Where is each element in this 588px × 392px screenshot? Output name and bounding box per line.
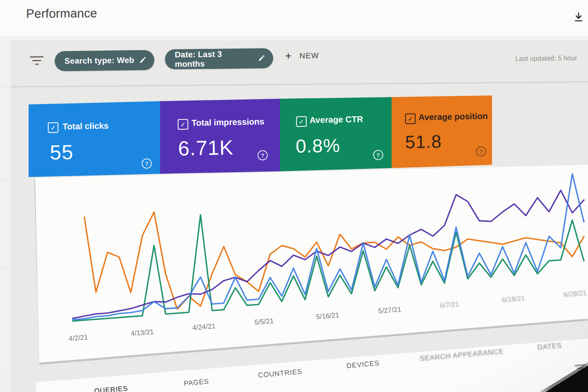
dimension-tabs: QUERIESPAGESCOUNTRIESDEVICESSEARCH APPEA…	[0, 0, 588, 392]
tab-queries[interactable]: QUERIES	[94, 384, 128, 392]
tab-devices[interactable]: DEVICES	[346, 359, 380, 370]
tab-dates[interactable]: DATES	[537, 341, 562, 352]
tab-countries[interactable]: COUNTRIES	[258, 368, 303, 379]
tab-pages[interactable]: PAGES	[183, 377, 209, 388]
tab-search-appearance[interactable]: SEARCH APPEARANCE	[419, 348, 504, 363]
